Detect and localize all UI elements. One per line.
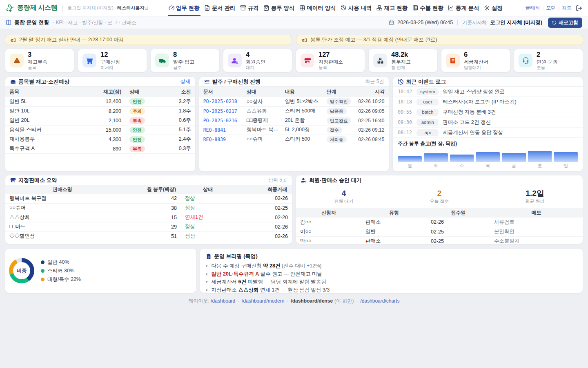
table-row[interactable]: PO-2025-0217△△유통스티커 500매납품중02-26 09:05 [199,106,389,116]
item-stock: 2,100 [96,116,125,125]
kpi-card[interactable]: 4회원승인대기 [223,49,292,72]
kpi-label: 세금계산서 [464,59,488,65]
footer-link-dashboard[interactable]: /dashboard [211,298,235,304]
legend-dot [41,269,45,273]
table-row[interactable]: 재사용봉투4,300안전2.4주 [5,135,195,144]
table-row[interactable]: △△상회15연체1건02-20 [5,213,292,222]
nav-item-settings[interactable]: 설정 [484,0,503,16]
table-row[interactable]: 행복마트 북구점42정상02-26 [5,194,292,203]
column-header: 품목 [5,87,96,97]
stock-panel: 품목별 재고·소진예상 상세 품목 재고(장) 상태 소진 일반 5L12,40… [5,76,196,172]
logout-icon[interactable] [576,5,582,11]
nav-item-inventory[interactable]: 재고 현황 [376,0,408,16]
donut-chart: 비중 [9,258,34,283]
doc-id-link[interactable]: PO-2025-0218 [199,97,243,106]
log-time: 10:18 [398,99,412,105]
nav-item-bag-forms[interactable]: 봉투 양식 [263,0,294,16]
nav-item-stats[interactable]: 통계 분석 [448,0,479,16]
approval-stat-value: 4 [296,189,392,198]
refresh-button[interactable]: 새로고침 [548,18,582,28]
footer-link-modern[interactable]: /dashboard/modern [242,298,284,304]
weekly-bar-day: 일 [554,163,578,169]
applicant-date: 02-26 [427,218,490,227]
panel-title: 운영 브리핑 (목업) [214,253,258,260]
footer-link-charts[interactable]: /dashboard/charts [360,298,399,304]
kpi-value: 127 [318,51,343,58]
kpi-card[interactable]: 2민원·문의오늘 [514,49,583,72]
donut-center-label: 비중 [13,262,30,279]
column-header: 판매소명 [5,185,120,194]
table-row[interactable]: ○○슈퍼38정상02-25 [5,203,292,213]
briefing-item: •일반 20L·특수규격 A 발주 권고 — 안전재고 미달 [206,270,577,278]
table-row[interactable]: □□마트29정상02-26 [5,222,292,231]
status-badge: 부족 [129,117,145,124]
boxes-icon [373,54,387,67]
page-title: 종합 운영 현황 [14,19,49,26]
panel-row-2: 지정판매소 요약 상위 5곳 판매소명 월 봉투(백장) 상태 최종거래 행복마… [5,175,583,244]
nav-item-ledger[interactable]: 수불 현황 [412,0,443,16]
nav-item-specs[interactable]: 규격 [240,0,259,16]
kpi-card[interactable]: 48.2k봉투재고장 합계 [368,49,438,72]
legend-label: 일반 40% [47,259,69,266]
table-row[interactable]: 이○○일반02-25본인확인 [296,227,583,236]
table-row[interactable]: PO-2025-0216□□종량제20L 혼합입고완료02-25 16:40 [199,116,389,125]
kpi-card[interactable]: 6세금계산서발행대기 [441,49,510,72]
column-header: 최종거래 [235,185,292,194]
sellers-panel: 지정판매소 요약 상위 5곳 판매소명 월 봉투(백장) 상태 최종거래 행복마… [5,175,292,244]
bullet-icon: • [206,262,208,270]
user-check-icon [228,54,242,67]
event-log-list: 10:42system일일 재고 스냅샷 생성 완료10:18user테스터사용… [393,87,583,138]
kpi-card[interactable]: 8발주·입고금주 [150,49,220,72]
view-link-modern[interactable]: 모던 [546,4,556,11]
doc-id-link[interactable]: REQ-8841 [199,125,243,135]
alert-triangle-icon [10,54,24,67]
bullet-icon: • [206,286,208,294]
table-row[interactable]: REQ-8839○○슈퍼스티커 500처리중02-26 08:45 [199,135,389,144]
weekly-bar [450,155,474,162]
divider: · [238,298,239,304]
table-row[interactable]: 김○○판매소02-26서류검토 [296,218,583,227]
kpi-card[interactable]: 127지정판매소등록 [296,49,365,72]
approval-stat: 4전체 대기 [296,189,392,204]
seller-name: 행복마트 북구점 [5,194,120,203]
basis-label: 기준지자체 [462,19,487,26]
weekly-bar-column: 수 [450,155,474,169]
notice-text: 2월 말 정기 재고 실사 안내 — 2/28 17:00 마감 [19,36,124,43]
kpi-card[interactable]: 12구매신청미처리 [78,49,147,72]
seller-last: 02-26 [235,231,292,241]
doc-id-link[interactable]: PO-2025-0217 [199,106,243,116]
nav-item-dashboard[interactable]: 업무 현황 [169,0,200,16]
table-row[interactable]: ◇◇할인점51정상02-26 [5,231,292,241]
table-row[interactable]: 박○○판매소02-25주소불일치 [296,236,583,244]
table-row[interactable]: PO-2025-0218○○상사일반 5L×2박스발주확인02-26 10:20 [199,97,389,106]
item-weeks: 1.8주 [165,106,195,116]
nav-item-documents[interactable]: 문서 관리 [204,0,235,16]
item-name: 일반 10L [5,106,96,116]
doc-id-link[interactable]: REQ-8839 [199,135,243,144]
view-link-chart[interactable]: 차트 [562,4,572,11]
table-row[interactable]: REQ-8841행복마트 북…5L 2,000장접수02-26 09:12 [199,125,389,135]
view-link-classic[interactable]: 클래식 [525,4,540,11]
seller-volume: 15 [120,213,181,222]
weekly-bar-day: 토 [528,163,552,169]
nav-item-data-forms[interactable]: 데이터 양식 [299,0,336,16]
nav-item-label: 통계 분석 [456,4,479,12]
item-stock: 15,000 [96,125,125,135]
panel-header: 지정판매소 요약 상위 5곳 [5,175,292,185]
table-row[interactable]: 일반 10L8,200주의1.8주 [5,106,195,116]
table-row[interactable]: 음식물 스티커15,000안전5.1주 [5,125,195,135]
notice-banner: 2월 말 정기 재고 실사 안내 — 2/28 17:00 마감 [5,35,292,45]
log-time: 09:55 [398,109,412,115]
nav-item-usage[interactable]: 사용 내역 [341,0,372,16]
table-row[interactable]: 일반 20L2,100부족0.6주 [5,116,195,125]
nav-item-label: 규격 [248,4,259,12]
kpi-card[interactable]: 3재고부족품목 [5,49,74,72]
table-row[interactable]: 일반 5L12,400안전3.2주 [5,97,195,106]
table-row[interactable]: 특수규격 A890부족0.3주 [5,144,195,153]
approval-stat: 1.2일평균 처리 [487,189,583,204]
stock-detail-link[interactable]: 상세 [180,78,190,85]
doc-id-link[interactable]: PO-2025-0216 [199,116,243,125]
order-time: 02-26 08:45 [352,135,389,144]
weekly-bar [476,152,500,162]
footer-current-dense: /dashboard/dense [291,298,333,304]
